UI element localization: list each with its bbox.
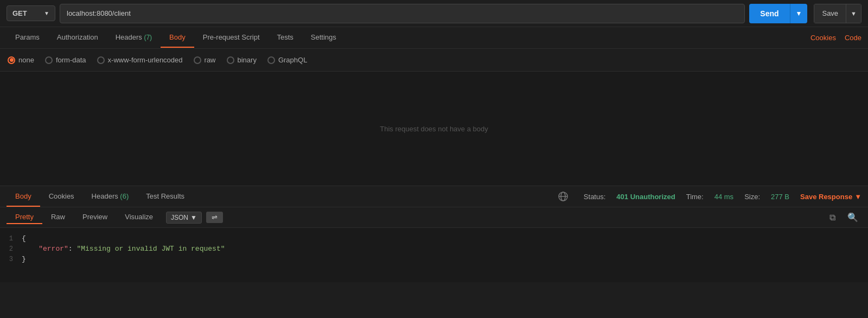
format-tab-visualize[interactable]: Visualize	[116, 211, 162, 224]
send-dropdown-button[interactable]: ▼	[790, 4, 808, 23]
code-area: 1 { 2 "error": "Missing or invalid JWT i…	[0, 228, 868, 282]
tab-headers[interactable]: Headers (7)	[107, 28, 161, 48]
copy-button[interactable]: ⧉	[826, 212, 839, 224]
wrap-button[interactable]: ⇌	[206, 212, 223, 223]
code-line-3-content: }	[22, 255, 26, 263]
radio-none-btn	[8, 56, 15, 64]
send-btn-group: Send ▼	[749, 4, 807, 23]
format-tab-raw[interactable]: Raw	[42, 211, 74, 224]
format-tab-pretty[interactable]: Pretty	[7, 211, 42, 224]
save-response-chevron-icon: ▼	[854, 193, 861, 201]
radio-binary-label: binary	[238, 56, 257, 64]
tab-body-label: Body	[169, 33, 186, 41]
tab-params-label: Params	[15, 33, 40, 41]
radio-form-data-btn	[45, 56, 53, 64]
tab-tests-label: Tests	[277, 33, 293, 41]
format-select[interactable]: JSON ▼	[166, 212, 202, 224]
response-tab-body-label: Body	[15, 192, 31, 200]
response-tab-headers-label: Headers (6)	[92, 192, 129, 200]
code-line-2: 2 "error": "Missing or invalid JWT in re…	[0, 244, 868, 254]
body-area: This request does not have a body	[0, 72, 868, 186]
radio-urlencoded-label: x-www-form-urlencoded	[108, 56, 183, 64]
empty-body-message: This request does not have a body	[380, 125, 488, 133]
radio-raw-label: raw	[205, 56, 216, 64]
body-options-row: none form-data x-www-form-urlencoded raw…	[0, 49, 868, 72]
response-tab-cookies[interactable]: Cookies	[40, 187, 83, 207]
tab-settings[interactable]: Settings	[302, 28, 345, 48]
save-button[interactable]: Save	[814, 4, 846, 23]
radio-form-data[interactable]: form-data	[45, 56, 86, 64]
wrap-icon: ⇌	[212, 213, 218, 221]
method-value: GET	[12, 9, 27, 17]
tab-tests[interactable]: Tests	[269, 28, 302, 48]
method-chevron-icon: ▼	[44, 10, 49, 16]
time-label: Time:	[686, 193, 704, 201]
line-num-3: 3	[0, 256, 22, 263]
radio-raw-btn	[194, 56, 201, 64]
save-response-label: Save Response	[800, 193, 852, 201]
radio-urlencoded-btn	[97, 56, 105, 64]
response-tab-cookies-label: Cookies	[49, 192, 74, 200]
size-label: Size:	[744, 193, 760, 201]
status-value: 401 Unauthorized	[616, 193, 675, 201]
response-tab-body[interactable]: Body	[7, 187, 40, 207]
search-button[interactable]: 🔍	[844, 211, 861, 224]
method-select[interactable]: GET ▼	[7, 5, 55, 21]
radio-graphql-label: GraphQL	[278, 56, 307, 64]
tab-prerequest-label: Pre-request Script	[203, 33, 260, 41]
size-value: 277 B	[771, 193, 789, 201]
request-tabs-right: Cookies Code	[810, 34, 861, 42]
tab-authorization-label: Authorization	[57, 33, 98, 41]
response-tabs-row: Body Cookies Headers (6) Test Results St…	[0, 186, 868, 207]
format-right-actions: ⧉ 🔍	[826, 211, 861, 224]
format-select-chevron-icon: ▼	[190, 214, 197, 221]
line-num-1: 1	[0, 235, 22, 243]
tab-body[interactable]: Body	[161, 28, 194, 48]
radio-graphql-btn	[267, 56, 275, 64]
radio-form-data-label: form-data	[56, 56, 86, 64]
response-tab-headers[interactable]: Headers (6)	[83, 187, 138, 207]
radio-raw[interactable]: raw	[194, 56, 216, 64]
response-tabs-left: Body Cookies Headers (6) Test Results	[7, 187, 558, 207]
line-num-2: 2	[0, 245, 22, 253]
tab-settings-label: Settings	[311, 33, 336, 41]
tab-prerequest[interactable]: Pre-request Script	[194, 28, 269, 48]
format-tab-raw-label: Raw	[51, 213, 65, 221]
format-tab-preview-label: Preview	[82, 213, 107, 221]
code-line-3: 3 }	[0, 254, 868, 264]
top-bar: GET ▼ Send ▼ Save ▼	[0, 0, 868, 27]
format-row: Pretty Raw Preview Visualize JSON ▼ ⇌ ⧉ …	[0, 207, 868, 228]
format-tab-visualize-label: Visualize	[125, 213, 153, 221]
code-line-1: 1 {	[0, 233, 868, 244]
tab-headers-label: Headers (7)	[116, 33, 152, 41]
radio-none-label: none	[18, 56, 34, 64]
code-line-2-content: "error": "Missing or invalid JWT in requ…	[22, 245, 225, 253]
send-button[interactable]: Send	[749, 4, 789, 23]
response-tab-test-results-label: Test Results	[146, 192, 184, 200]
radio-graphql[interactable]: GraphQL	[267, 56, 307, 64]
format-select-value: JSON	[171, 214, 188, 221]
save-btn-group: Save ▼	[814, 4, 861, 23]
response-tab-test-results[interactable]: Test Results	[137, 187, 193, 207]
code-line-1-content: {	[22, 234, 26, 243]
request-tabs-row: Params Authorization Headers (7) Body Pr…	[0, 27, 868, 49]
radio-binary-btn	[227, 56, 234, 64]
save-response-button[interactable]: Save Response ▼	[800, 193, 861, 201]
radio-urlencoded[interactable]: x-www-form-urlencoded	[97, 56, 183, 64]
request-tabs-left: Params Authorization Headers (7) Body Pr…	[7, 28, 810, 48]
response-info: Status: 401 Unauthorized Time: 44 ms Siz…	[558, 191, 861, 202]
url-input[interactable]	[60, 4, 745, 23]
format-tab-pretty-label: Pretty	[15, 213, 34, 221]
globe-icon	[558, 191, 569, 202]
cookies-link[interactable]: Cookies	[810, 34, 836, 42]
radio-none[interactable]: none	[8, 56, 34, 64]
status-label: Status:	[584, 193, 605, 201]
save-dropdown-button[interactable]: ▼	[846, 4, 861, 23]
time-value: 44 ms	[714, 193, 733, 201]
format-tab-preview[interactable]: Preview	[74, 211, 116, 224]
radio-binary[interactable]: binary	[227, 56, 257, 64]
tab-params[interactable]: Params	[7, 28, 48, 48]
tab-authorization[interactable]: Authorization	[48, 28, 107, 48]
code-link[interactable]: Code	[845, 34, 861, 42]
